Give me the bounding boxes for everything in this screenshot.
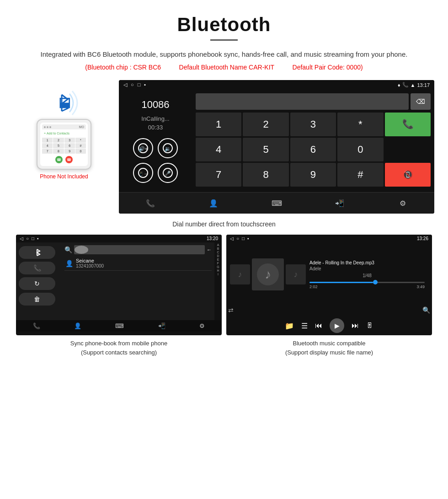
music-controls: 📁 ☰ ⏮ ▶ ⏭ 🎚: [226, 317, 432, 335]
pb-home-icon: ○: [26, 236, 29, 241]
pb-bottom-calls[interactable]: 📞: [33, 322, 40, 329]
alpha-g[interactable]: G: [217, 265, 219, 268]
chip-label: (Bluetooth chip : CSR BC6: [85, 64, 161, 71]
pb-bottom-transfer[interactable]: 📲: [158, 322, 165, 329]
dial-key-star[interactable]: *: [337, 113, 383, 136]
subtitle-text: Integrated with BC6 Bluetooth module, su…: [27, 49, 421, 60]
dial-contacts-icon[interactable]: 👤: [204, 196, 223, 210]
phone-add-contact: + Add to Contacts: [42, 131, 86, 136]
dial-key-4[interactable]: 4: [196, 138, 241, 161]
dial-key-1[interactable]: 1: [196, 113, 241, 136]
pb-main: 📞 ↻ 🗑 🔍 ← 👤 Seicane: [16, 242, 222, 320]
music-list-icon[interactable]: ☰: [301, 322, 308, 330]
dial-status-left-icons: ◁ ○ □ ▪: [123, 82, 146, 88]
pb-sync-menu[interactable]: ↻: [19, 277, 55, 290]
dial-key-8[interactable]: 8: [243, 163, 288, 187]
dial-calls-icon[interactable]: 📞: [141, 196, 160, 210]
music-prev-icon[interactable]: ⏮: [315, 322, 322, 330]
dial-transfer-icon[interactable]: 📲: [331, 196, 349, 210]
page-title: Bluetooth: [27, 14, 421, 36]
music-equalizer-icon[interactable]: 🎚: [366, 322, 373, 330]
dial-main: 10086 InCalling... 00:33 🔊+ 🔉: [119, 90, 434, 192]
pb-bottom-keypad[interactable]: ⌨: [115, 322, 124, 329]
dial-status-bar: ◁ ○ □ ▪ ♦ 📞 ▲ 13:17: [119, 80, 434, 90]
pb-bottom-settings[interactable]: ⚙: [199, 322, 205, 329]
pb-bt-menu[interactable]: [19, 246, 55, 259]
music-notif-icon: ▪: [247, 236, 249, 241]
dial-caption: Dial number direct from touchscreen: [0, 220, 448, 228]
dial-key-7[interactable]: 7: [196, 163, 241, 187]
alpha-i[interactable]: I: [218, 273, 219, 276]
svg-text:📱→: 📱→: [139, 171, 148, 177]
alpha-b[interactable]: B: [217, 247, 219, 250]
volume-down-button[interactable]: 🔉: [158, 138, 178, 158]
alpha-h[interactable]: H: [217, 269, 219, 272]
dial-input-field[interactable]: [196, 93, 409, 110]
dial-extra-controls: 📱→ 🎤: [133, 163, 178, 183]
alpha-a[interactable]: A: [217, 243, 219, 247]
dial-call-button[interactable]: 📞: [385, 113, 431, 136]
music-caption-line1: Bluetooth music compatible: [293, 340, 366, 347]
music-next-icon[interactable]: ⏭: [352, 322, 359, 330]
volume-up-button[interactable]: 🔊+: [133, 138, 153, 158]
music-status-bar: ◁ ○ □ ▪ 13:26: [226, 235, 432, 242]
pb-contact-icon: 👤: [65, 260, 73, 267]
svg-text:🔉: 🔉: [165, 145, 171, 152]
pb-bottom-contacts[interactable]: 👤: [74, 322, 81, 329]
music-screen: ◁ ○ □ ▪ 13:26 ♪ ♪ ♪: [226, 235, 432, 335]
music-shuffle-icon[interactable]: ⇄: [228, 306, 234, 314]
pair-code-label: Default Pair Code: 0000): [293, 64, 363, 71]
transfer-button[interactable]: 📱→: [133, 163, 153, 183]
music-time-total: 3:49: [416, 284, 425, 289]
dial-keypad-icon[interactable]: ⌨: [267, 196, 286, 210]
location-icon: ♦: [398, 82, 400, 88]
alpha-f[interactable]: F: [217, 262, 219, 265]
dial-key-9[interactable]: 9: [290, 163, 336, 187]
recents-icon: □: [138, 82, 141, 88]
dial-key-5[interactable]: 5: [243, 138, 288, 161]
music-folder-icon[interactable]: 📁: [285, 322, 294, 330]
vol-down-icon: 🔉: [163, 143, 173, 153]
phonebook-panel: ◁ ○ □ ▪ 13:20 📞 ↻ 🗑: [16, 235, 222, 357]
dial-key-hash[interactable]: #: [337, 163, 383, 187]
alpha-d[interactable]: D: [217, 254, 219, 258]
numkey-8: 8: [53, 149, 64, 154]
pb-call-menu[interactable]: 📞: [19, 262, 55, 274]
pb-nav-icons: ◁ ○ □ ▪: [20, 236, 39, 241]
pb-search-icon[interactable]: 🔍: [64, 246, 72, 253]
music-progress-bar[interactable]: [309, 282, 425, 283]
end-call-icon: 📵: [401, 168, 414, 181]
dial-key-3[interactable]: 3: [290, 113, 336, 136]
dial-key-0[interactable]: 0: [337, 138, 383, 161]
dial-backspace-button[interactable]: ⌫: [411, 93, 431, 110]
dial-key-2[interactable]: 2: [243, 113, 288, 136]
phone-label-mini: MO: [79, 125, 84, 129]
music-main: ♪ ♪ ♪ Adele - Rolling In the Deep.mp3 Ad…: [226, 242, 432, 306]
phone-screen: MO + Add to Contacts 1 2 3 * 4 5 6 # 7 8: [40, 123, 88, 166]
phone-call-button[interactable]: ☎: [55, 156, 63, 163]
phone-camera: [44, 126, 51, 128]
bt-signal-icon: ⬓: [46, 89, 82, 117]
music-search-icon[interactable]: 🔍: [422, 306, 430, 314]
phone-top-bar: MO: [42, 124, 86, 129]
music-play-button[interactable]: ▶: [330, 318, 344, 333]
alpha-e[interactable]: E: [217, 258, 219, 261]
numkey-3: 3: [64, 138, 75, 143]
svg-text:🎤: 🎤: [165, 170, 171, 177]
phonebook-screen: ◁ ○ □ ▪ 13:20 📞 ↻ 🗑: [16, 235, 222, 335]
mic-button[interactable]: 🎤: [158, 163, 178, 183]
dial-settings-icon[interactable]: ⚙: [394, 196, 412, 210]
pb-notif-icon: ▪: [37, 236, 39, 241]
phone-end-button[interactable]: ☎: [65, 156, 73, 163]
alpha-c[interactable]: C: [217, 251, 219, 254]
music-caption-line2: (Support display music file name): [285, 349, 373, 356]
pb-delete-menu[interactable]: 🗑: [19, 293, 55, 306]
pb-contact-name: Seicane: [76, 258, 104, 263]
call-icon: 📞: [401, 118, 414, 131]
pb-contact-item[interactable]: 👤 Seicane 13241007000: [64, 256, 212, 271]
pb-back-arrow[interactable]: ←: [207, 247, 212, 252]
main-section: ⬓ MO + Add to Contacts: [0, 80, 448, 214]
dial-right-numpad: ⌫ 1 2 3 * 📞 4 5 6 0 7: [192, 90, 434, 192]
dial-end-button[interactable]: 📵: [385, 163, 431, 187]
dial-key-6[interactable]: 6: [290, 138, 336, 161]
